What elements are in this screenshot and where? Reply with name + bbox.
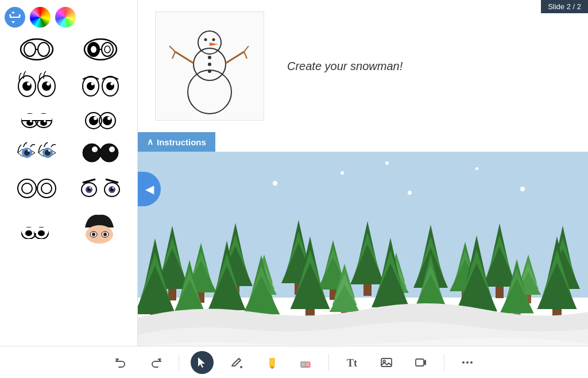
svg-line-85 bbox=[172, 52, 175, 59]
svg-rect-25 bbox=[36, 114, 52, 121]
svg-line-87 bbox=[244, 52, 247, 59]
svg-point-1 bbox=[24, 43, 36, 56]
instruction-text: Create your snowman! bbox=[287, 60, 403, 73]
toolbar-separator-3 bbox=[444, 354, 444, 371]
sidebar-top-icons bbox=[5, 5, 133, 32]
color-wheel-dots[interactable] bbox=[55, 7, 76, 28]
svg-rect-108 bbox=[381, 358, 392, 367]
eye-item-wide-open[interactable] bbox=[17, 70, 57, 99]
svg-point-40 bbox=[28, 149, 30, 152]
svg-point-7 bbox=[91, 46, 96, 53]
svg-marker-76 bbox=[210, 43, 218, 46]
eye-row-2 bbox=[5, 67, 133, 102]
redo-button[interactable] bbox=[144, 351, 167, 374]
svg-point-45 bbox=[100, 144, 118, 162]
svg-rect-101 bbox=[269, 358, 275, 366]
toolbar-separator-2 bbox=[328, 354, 329, 371]
video-button[interactable] bbox=[409, 351, 432, 374]
svg-point-20 bbox=[91, 83, 94, 86]
eye-row-3 bbox=[5, 105, 133, 134]
eye-item-angry-brow[interactable] bbox=[80, 172, 121, 201]
svg-point-50 bbox=[18, 179, 36, 198]
eye-item-shield-right[interactable] bbox=[83, 38, 118, 61]
svg-point-80 bbox=[208, 63, 211, 66]
slide-badge: Slide 2 / 2 bbox=[541, 0, 588, 13]
svg-point-72 bbox=[103, 233, 107, 236]
svg-point-12 bbox=[22, 82, 32, 91]
instructions-label: Instructions bbox=[157, 137, 206, 147]
svg-point-30 bbox=[30, 120, 32, 122]
eye-item-sleepy-left[interactable] bbox=[20, 108, 54, 131]
expand-icon[interactable] bbox=[5, 7, 25, 28]
bottom-toolbar: Tt bbox=[0, 346, 588, 378]
eye-item-big-round-black[interactable] bbox=[80, 140, 121, 163]
svg-point-77 bbox=[204, 38, 207, 41]
svg-point-31 bbox=[44, 120, 46, 122]
svg-point-8 bbox=[105, 46, 110, 53]
svg-point-68 bbox=[86, 225, 113, 244]
svg-point-81 bbox=[208, 70, 211, 73]
svg-rect-24 bbox=[22, 114, 38, 121]
svg-point-71 bbox=[92, 233, 95, 236]
svg-point-73 bbox=[188, 70, 231, 114]
svg-point-44 bbox=[83, 144, 101, 162]
eye-item-shield-left[interactable] bbox=[20, 38, 54, 61]
svg-point-36 bbox=[94, 117, 97, 120]
image-button[interactable] bbox=[375, 351, 398, 374]
instructions-banner[interactable]: ∧ Instructions bbox=[138, 132, 215, 152]
more-button[interactable] bbox=[456, 351, 479, 374]
svg-point-79 bbox=[208, 56, 211, 59]
svg-point-6 bbox=[102, 43, 113, 56]
svg-point-21 bbox=[111, 83, 114, 86]
svg-point-53 bbox=[41, 183, 52, 194]
svg-point-28 bbox=[26, 120, 33, 126]
svg-point-2 bbox=[38, 43, 49, 56]
svg-point-103 bbox=[271, 367, 273, 369]
left-sidebar bbox=[0, 0, 138, 346]
svg-point-64 bbox=[25, 230, 32, 236]
marker-button[interactable] bbox=[260, 351, 283, 374]
svg-point-47 bbox=[109, 146, 115, 152]
eye-row-6 bbox=[5, 207, 133, 248]
svg-point-100 bbox=[240, 366, 242, 368]
svg-text:Tt: Tt bbox=[347, 357, 357, 369]
text-button[interactable]: Tt bbox=[341, 351, 363, 374]
eye-row-4 bbox=[5, 137, 133, 167]
cursor-button[interactable] bbox=[191, 351, 214, 374]
eye-item-realistic-blue[interactable] bbox=[17, 140, 57, 163]
main-area: ◀ Slide 2 / 2 bbox=[0, 0, 588, 346]
toolbar-separator-1 bbox=[179, 354, 179, 371]
color-wheel-solid[interactable] bbox=[30, 7, 51, 28]
eraser-button[interactable] bbox=[294, 351, 317, 374]
svg-point-15 bbox=[47, 82, 50, 86]
eye-item-half-bottom-left[interactable] bbox=[21, 216, 49, 239]
pen-button[interactable] bbox=[225, 351, 248, 374]
svg-point-51 bbox=[22, 183, 32, 194]
trees-scene bbox=[138, 152, 588, 346]
snowman-svg bbox=[164, 17, 256, 115]
svg-line-82 bbox=[175, 52, 194, 63]
svg-point-43 bbox=[48, 149, 51, 152]
svg-rect-99 bbox=[138, 152, 141, 157]
svg-rect-95 bbox=[138, 152, 141, 159]
eye-item-circle-lash[interactable] bbox=[80, 70, 121, 99]
svg-point-34 bbox=[89, 116, 98, 125]
eye-item-double-circle[interactable] bbox=[17, 172, 57, 201]
svg-point-112 bbox=[466, 361, 469, 364]
svg-point-13 bbox=[42, 82, 51, 91]
svg-point-111 bbox=[462, 361, 465, 364]
svg-point-60 bbox=[90, 187, 91, 189]
eye-row-5 bbox=[5, 169, 133, 205]
undo-button[interactable] bbox=[110, 351, 133, 374]
svg-point-78 bbox=[212, 38, 215, 41]
chevron-up-icon: ∧ bbox=[147, 137, 153, 147]
eye-item-hair-face[interactable] bbox=[82, 210, 117, 245]
svg-line-86 bbox=[244, 46, 249, 52]
eye-item-circle-simple[interactable] bbox=[83, 108, 118, 131]
svg-rect-110 bbox=[416, 359, 424, 366]
svg-rect-91 bbox=[138, 152, 142, 163]
eye-row-1 bbox=[5, 34, 133, 64]
svg-point-49 bbox=[112, 149, 114, 152]
snowman-preview bbox=[155, 11, 264, 121]
svg-point-29 bbox=[40, 120, 47, 126]
